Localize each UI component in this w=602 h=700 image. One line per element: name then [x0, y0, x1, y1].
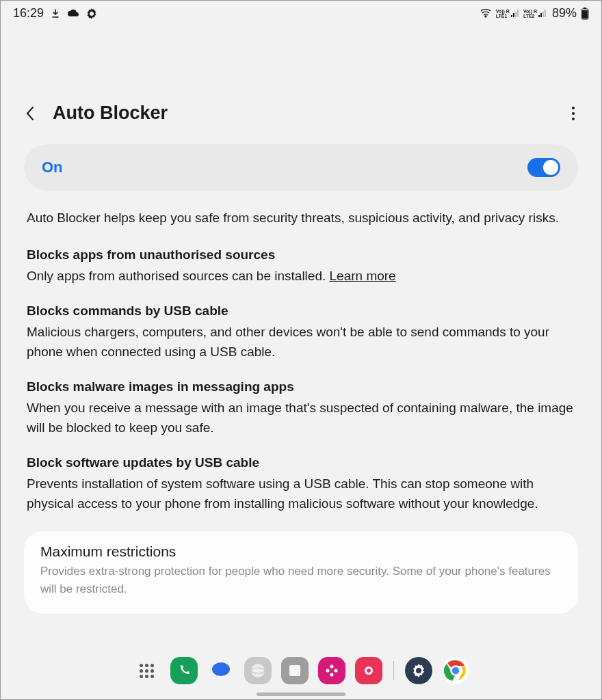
page-header: Auto Blocker [1, 103, 601, 124]
sim1-indicator: Vo)) R LTE1 [496, 9, 519, 18]
battery-icon [581, 8, 589, 20]
toggle-label: On [42, 159, 63, 176]
max-text: Provides extra-strong protection for peo… [40, 563, 562, 597]
dock-divider [393, 661, 394, 680]
svg-point-10 [330, 665, 333, 669]
navigation-dock [1, 657, 601, 684]
maximum-restrictions-item[interactable]: Maximum restrictions Provides extra-stro… [24, 531, 578, 614]
status-time: 16:29 [13, 6, 44, 21]
svg-point-15 [367, 669, 371, 673]
settings-app-icon[interactable] [405, 657, 432, 684]
max-title: Maximum restrictions [40, 543, 562, 560]
section-text: Malicious chargers, computers, and other… [27, 323, 575, 362]
gesture-bar[interactable] [257, 692, 345, 696]
section-usb-commands: Blocks commands by USB cable Malicious c… [24, 304, 578, 362]
download-icon [51, 9, 60, 18]
section-title: Blocks commands by USB cable [27, 304, 575, 319]
section-title: Blocks malware images in messaging apps [27, 379, 575, 394]
wifi-icon [480, 9, 492, 18]
master-toggle[interactable] [527, 158, 560, 177]
section-title: Block software updates by USB cable [27, 455, 575, 470]
app-drawer-button[interactable] [133, 657, 161, 684]
content-area: On Auto Blocker helps keep you safe from… [1, 144, 601, 614]
section-text: When you receive a message with an image… [27, 399, 575, 438]
svg-rect-9 [289, 665, 300, 676]
page-title: Auto Blocker [53, 103, 551, 124]
learn-more-link[interactable]: Learn more [330, 269, 396, 283]
section-text: Prevents installation of system software… [27, 474, 575, 513]
section-title: Blocks apps from unauthorised sources [27, 247, 575, 262]
svg-point-11 [330, 673, 333, 677]
section-text: Only apps from authorised sources can be… [27, 267, 575, 286]
messages-app-icon[interactable] [207, 657, 235, 684]
svg-point-5 [572, 118, 575, 120]
gallery-app-icon[interactable] [318, 657, 345, 684]
svg-point-7 [251, 664, 265, 677]
feature-description: Auto Blocker helps keep you safe from se… [24, 208, 578, 228]
svg-rect-2 [584, 8, 586, 9]
chrome-app-icon[interactable] [442, 657, 469, 684]
cloud-icon [67, 9, 79, 18]
phone-app-icon[interactable] [170, 657, 198, 684]
camera-app-icon[interactable] [355, 657, 382, 684]
svg-point-3 [572, 107, 575, 109]
more-options-button[interactable] [564, 105, 582, 122]
svg-rect-1 [582, 10, 588, 18]
master-toggle-card: On [24, 144, 578, 191]
battery-percent: 89% [552, 6, 577, 21]
svg-point-6 [212, 662, 230, 676]
svg-point-4 [572, 112, 575, 115]
section-unauthorised-sources: Blocks apps from unauthorised sources On… [24, 247, 578, 286]
gear-icon [86, 8, 97, 19]
back-button[interactable] [21, 105, 39, 122]
sim2-indicator: Vo)) R LTE2 [523, 9, 547, 18]
svg-point-13 [334, 669, 337, 673]
svg-point-12 [326, 669, 329, 673]
notes-app-icon[interactable] [281, 657, 309, 684]
section-usb-updates: Block software updates by USB cable Prev… [24, 455, 578, 513]
section-malware-images: Blocks malware images in messaging apps … [24, 379, 578, 438]
internet-app-icon[interactable] [244, 657, 272, 684]
status-bar: 16:29 Vo)) R LTE1 Vo)) R LTE2 89% [1, 1, 601, 25]
